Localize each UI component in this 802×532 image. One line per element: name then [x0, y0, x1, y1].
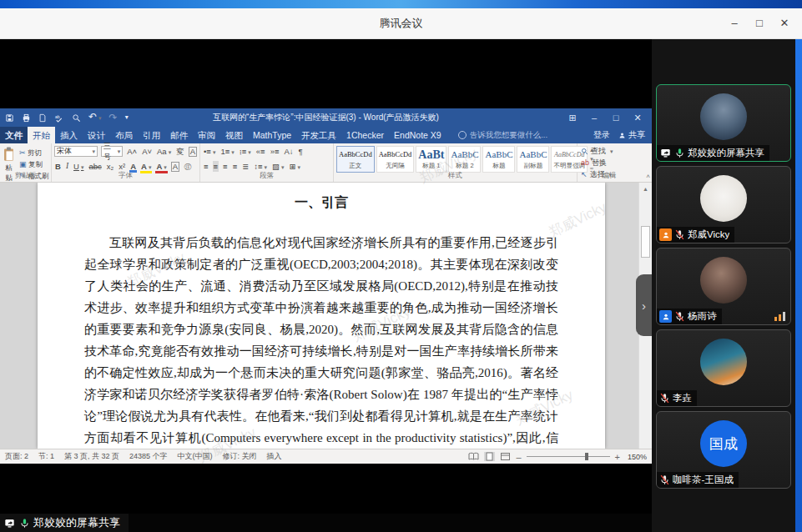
ribbon-tab[interactable]: 视图	[220, 127, 248, 143]
meeting-title: 腾讯会议	[0, 8, 802, 38]
character-border-button[interactable]: A	[189, 147, 197, 157]
web-layout-icon[interactable]	[500, 452, 511, 461]
numbered-list-button[interactable]: 1≡▾	[219, 146, 235, 158]
style-preview: AaBbCcDd	[379, 148, 412, 162]
tell-me-box[interactable]: 告诉我您想要做什么...	[446, 127, 593, 143]
lightbulb-icon	[458, 131, 467, 139]
multilevel-list-button[interactable]: ⁝≡▾	[239, 146, 252, 158]
ribbon-tab[interactable]: 文件	[0, 127, 28, 143]
decrease-indent-button[interactable]: «≡	[255, 146, 266, 157]
font-size-select[interactable]: 三号▾	[101, 146, 123, 157]
status-segment[interactable]: 中文(中国)	[178, 451, 213, 462]
show-marks-button[interactable]: ¶	[298, 146, 304, 157]
editing-group: 查找▾ ab替换 ↖选择▾ 编辑	[578, 143, 641, 182]
status-segment[interactable]: 24385 个字	[129, 451, 168, 462]
zoom-in-button[interactable]: +	[615, 453, 620, 461]
ribbon-display-options-icon[interactable]: ⊞	[562, 113, 583, 123]
clipboard-group-label: 剪贴板	[0, 171, 51, 181]
share-button[interactable]: 共享	[618, 129, 645, 141]
style-preview: AaBbC	[451, 148, 478, 162]
status-segment[interactable]: 页面: 2	[5, 451, 28, 462]
document-page[interactable]: 一、引言 互联网及其背后负载的信息化对现代国家经济增长所具有的重要作用,已经逐步…	[38, 183, 605, 449]
ribbon-tab[interactable]: 邮件	[165, 127, 193, 143]
spelling-icon[interactable]: ab	[54, 113, 64, 123]
phonetic-guide-button[interactable]: 変	[175, 146, 185, 157]
meeting-main-area: ab ↶▾ ↷ ▾ 互联网的“生产率悖论”:中国经验证据(3) - Word(产…	[0, 39, 802, 532]
read-mode-icon[interactable]	[468, 452, 479, 461]
participant-tile[interactable]: 郑姣姣的屏幕共享	[656, 84, 791, 162]
word-restore-button[interactable]: □	[605, 113, 627, 123]
print-icon[interactable]	[22, 113, 31, 123]
grow-font-button[interactable]: A˄	[126, 146, 138, 157]
ribbon-tab[interactable]: 审阅	[193, 127, 220, 143]
document-heading: 一、引言	[84, 194, 558, 212]
meeting-titlebar: 腾讯会议 – □ ✕	[0, 8, 802, 39]
preview-icon[interactable]	[72, 113, 81, 123]
style-gallery: AaBbCcDd 正文 AaBbCcDd 无间隔 AaBt 标题 1 AaBbC…	[336, 146, 588, 173]
document-area: 一、引言 互联网及其背后负载的信息化对现代国家经济增长所具有的重要作用,已经逐步…	[0, 183, 652, 449]
ribbon-tab[interactable]: EndNote X9	[389, 127, 446, 143]
sidebar-collapse-handle[interactable]: ›	[636, 274, 652, 336]
status-segment[interactable]: 修订: 关闭	[223, 451, 257, 462]
font-group: 宋体▾ 三号▾ A˄ A˅ Aa▾ 変 A B I U▾ abc	[52, 143, 200, 182]
status-left: 页面: 2节: 1第 3 页, 共 32 页24385 个字中文(中国)修订: …	[0, 451, 468, 462]
microphone-icon	[674, 229, 685, 240]
ribbon-tab[interactable]: 开始	[28, 127, 55, 143]
close-button[interactable]: ✕	[772, 11, 797, 36]
style-gallery-item[interactable]: AaBbCcDd 无间隔	[376, 146, 415, 173]
shrink-font-button[interactable]: A˅	[141, 146, 153, 157]
participant-tile[interactable]: 国成 咖啡茶-王国成	[656, 411, 791, 489]
style-gallery-item[interactable]: AaBbC 副标题	[517, 146, 549, 173]
zoom-slider[interactable]	[527, 456, 610, 457]
zoom-level[interactable]: 150%	[625, 453, 647, 461]
participant-tile[interactable]: 杨雨诗	[656, 248, 791, 325]
ribbon-tab[interactable]: 插入	[55, 127, 83, 143]
account-button[interactable]: 登录	[593, 129, 610, 141]
find-button[interactable]: 查找▾	[580, 146, 638, 157]
ribbon-tab[interactable]: 引用	[138, 127, 165, 143]
print-layout-icon[interactable]	[484, 452, 495, 461]
scroll-up-icon[interactable]: ▲	[639, 183, 652, 195]
status-segment[interactable]: 插入	[267, 451, 282, 462]
zoom-slider-thumb[interactable]	[585, 453, 588, 460]
cut-button[interactable]: ✂ 剪切	[18, 148, 49, 158]
font-name-select[interactable]: 宋体▾	[54, 146, 98, 157]
status-segment[interactable]: 节: 1	[38, 451, 54, 462]
window-accent-strip	[0, 0, 802, 8]
replace-button[interactable]: ab替换	[580, 158, 638, 168]
style-gallery-item[interactable]: AaBbCcDd 正文	[336, 146, 375, 173]
ribbon-tab[interactable]: MathType	[248, 127, 296, 143]
window-edge-strip	[795, 39, 802, 532]
minimize-button[interactable]: –	[722, 11, 747, 36]
style-gallery-item[interactable]: AaBt 标题 1	[416, 146, 446, 173]
participant-tile[interactable]: 郑威Vicky	[656, 166, 791, 243]
bullet-list-button[interactable]: •≡▾	[203, 146, 216, 158]
word-close-button[interactable]: ✕	[627, 113, 648, 123]
ribbon-tab[interactable]: 1Checker	[341, 127, 389, 143]
collapse-ribbon-icon[interactable]: ˄	[646, 173, 650, 180]
sort-button[interactable]: A↓	[283, 146, 294, 157]
zoom-out-button[interactable]: –	[516, 453, 521, 461]
new-document-icon[interactable]	[38, 113, 47, 123]
style-gallery-item[interactable]: AaBbC 标题 2	[448, 146, 481, 173]
shading-a-button[interactable]: A	[171, 162, 179, 172]
style-gallery-item[interactable]: AaBbC 标题	[482, 146, 515, 173]
participant-name: 郑威Vicky	[688, 228, 729, 241]
paragraph-group-label: 段落	[200, 171, 333, 181]
style-name: 副标题	[519, 162, 547, 170]
participant-tile[interactable]: 李垚	[656, 329, 791, 407]
font-group-label: 字体	[52, 171, 199, 181]
copy-button[interactable]: ▣ 复制	[18, 159, 49, 170]
word-minimize-button[interactable]: –	[583, 113, 605, 123]
status-segment[interactable]: 第 3 页, 共 32 页	[64, 451, 119, 462]
scrollbar-thumb[interactable]	[641, 226, 650, 258]
ribbon-tab[interactable]: 开发工具	[296, 127, 341, 143]
increase-indent-button[interactable]: »≡	[270, 146, 280, 157]
participant-label: 郑威Vicky	[657, 227, 734, 243]
microphone-icon	[674, 148, 685, 158]
save-icon[interactable]	[5, 113, 14, 123]
maximize-button[interactable]: □	[747, 11, 772, 36]
change-case-button[interactable]: Aa▾	[156, 146, 172, 158]
screen-share-banner: 郑姣姣的屏幕共享	[0, 514, 129, 532]
participant-label: 杨雨诗	[657, 309, 722, 324]
